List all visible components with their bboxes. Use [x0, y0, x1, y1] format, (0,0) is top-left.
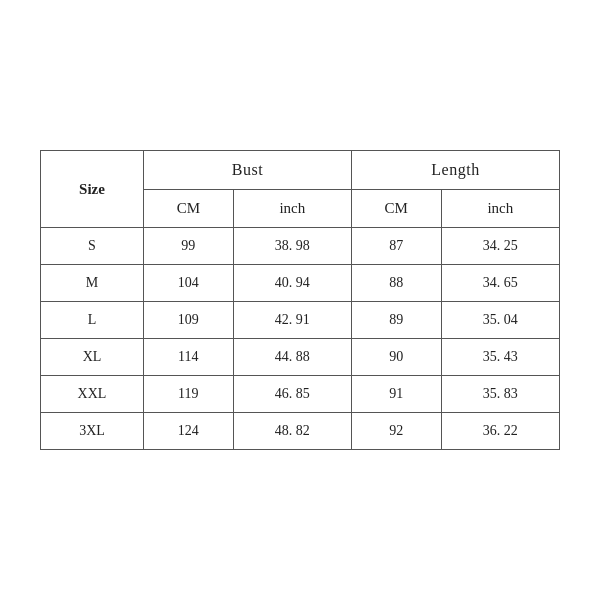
length-cm-cell: 88: [351, 265, 441, 302]
bust-inch-header: inch: [233, 190, 351, 228]
size-cell: XL: [41, 339, 144, 376]
length-inch-cell: 35. 04: [441, 302, 559, 339]
length-header: Length: [351, 151, 559, 190]
length-cm-cell: 89: [351, 302, 441, 339]
bust-inch-cell: 40. 94: [233, 265, 351, 302]
table-row: S9938. 988734. 25: [41, 228, 560, 265]
bust-cm-cell: 119: [144, 376, 234, 413]
length-inch-cell: 35. 83: [441, 376, 559, 413]
length-cm-header: CM: [351, 190, 441, 228]
bust-inch-cell: 46. 85: [233, 376, 351, 413]
size-cell: S: [41, 228, 144, 265]
length-cm-cell: 87: [351, 228, 441, 265]
length-cm-cell: 90: [351, 339, 441, 376]
table-row: 3XL12448. 829236. 22: [41, 413, 560, 450]
size-header: Size: [41, 151, 144, 228]
length-inch-cell: 34. 25: [441, 228, 559, 265]
length-inch-cell: 34. 65: [441, 265, 559, 302]
bust-cm-cell: 104: [144, 265, 234, 302]
bust-header: Bust: [144, 151, 352, 190]
bust-cm-cell: 99: [144, 228, 234, 265]
bust-cm-cell: 124: [144, 413, 234, 450]
bust-inch-cell: 48. 82: [233, 413, 351, 450]
size-cell: L: [41, 302, 144, 339]
table-row: XL11444. 889035. 43: [41, 339, 560, 376]
size-cell: XXL: [41, 376, 144, 413]
size-cell: M: [41, 265, 144, 302]
bust-inch-cell: 44. 88: [233, 339, 351, 376]
length-inch-cell: 35. 43: [441, 339, 559, 376]
bust-cm-cell: 114: [144, 339, 234, 376]
bust-cm-header: CM: [144, 190, 234, 228]
length-cm-cell: 92: [351, 413, 441, 450]
size-chart-container: Size Bust Length CM inch CM inch S9938. …: [40, 150, 560, 450]
size-chart-table: Size Bust Length CM inch CM inch S9938. …: [40, 150, 560, 450]
table-row: XXL11946. 859135. 83: [41, 376, 560, 413]
bust-cm-cell: 109: [144, 302, 234, 339]
bust-inch-cell: 42. 91: [233, 302, 351, 339]
bust-inch-cell: 38. 98: [233, 228, 351, 265]
length-cm-cell: 91: [351, 376, 441, 413]
length-inch-cell: 36. 22: [441, 413, 559, 450]
table-row: M10440. 948834. 65: [41, 265, 560, 302]
size-cell: 3XL: [41, 413, 144, 450]
table-row: L10942. 918935. 04: [41, 302, 560, 339]
length-inch-header: inch: [441, 190, 559, 228]
